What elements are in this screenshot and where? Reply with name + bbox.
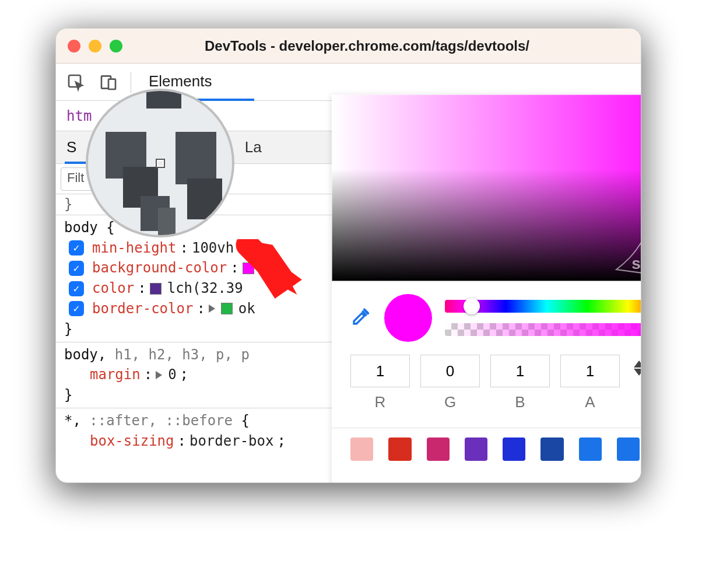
subtab-layout[interactable]: La	[245, 138, 262, 156]
css-property[interactable]: color	[92, 278, 134, 299]
magnifier-center-pixel	[157, 160, 164, 167]
rgba-inputs: 1 R 0 G 1 B 1 A	[332, 348, 641, 415]
subtab-styles[interactable]: S	[66, 138, 76, 156]
css-property[interactable]: background-color	[92, 258, 227, 278]
rule-selector-grey: h1, h2, h3, p, p	[115, 346, 250, 363]
palette-swatch[interactable]	[350, 438, 373, 461]
channel-input-b[interactable]: 1	[490, 355, 550, 387]
channel-label-b: B	[515, 393, 525, 411]
checkbox-icon[interactable]: ✓	[69, 281, 84, 296]
format-cycler[interactable]	[634, 360, 641, 376]
eyedropper-magnifier	[86, 89, 234, 237]
channel-label-g: G	[444, 393, 456, 411]
palette-swatch[interactable]	[465, 438, 487, 461]
css-property[interactable]: box-sizing	[90, 431, 174, 452]
eyedropper-icon[interactable]	[350, 306, 371, 330]
palette-swatch[interactable]	[503, 438, 525, 461]
palette-row	[332, 438, 641, 461]
traffic-zoom[interactable]	[110, 40, 122, 52]
css-value[interactable]: lch(32.39	[167, 278, 243, 299]
color-swatch[interactable]	[150, 283, 162, 295]
chevron-down-icon	[634, 369, 641, 376]
titlebar: DevTools - developer.chrome.com/tags/dev…	[56, 29, 641, 64]
device-toggle-icon[interactable]	[96, 69, 121, 95]
toolbar-separator	[131, 72, 131, 93]
expand-triangle-icon[interactable]	[156, 371, 162, 379]
inspect-icon[interactable]	[63, 69, 89, 95]
checkbox-icon[interactable]: ✓	[69, 301, 84, 316]
channel-label-a: A	[585, 393, 595, 411]
rule-selector-grey: ::after, ::before	[89, 412, 233, 429]
hue-knob[interactable]	[464, 298, 480, 314]
window-title: DevTools - developer.chrome.com/tags/dev…	[140, 38, 594, 54]
breadcrumb-item: htm	[66, 108, 92, 124]
channel-input-a[interactable]: 1	[560, 355, 620, 387]
palette-swatch[interactable]	[427, 438, 450, 461]
expand-triangle-icon[interactable]	[209, 304, 215, 313]
channel-input-g[interactable]: 0	[420, 355, 480, 387]
open-brace: {	[233, 412, 250, 429]
gamut-label: sRGB	[631, 254, 641, 273]
chevron-up-icon	[634, 360, 641, 368]
channel-label-r: R	[375, 393, 386, 411]
spectrum-area[interactable]: sRGB	[332, 94, 641, 281]
annotation-arrow-icon	[234, 239, 307, 303]
current-color-circle	[384, 294, 432, 342]
checkbox-icon[interactable]: ✓	[69, 261, 84, 276]
css-property[interactable]: min-height	[92, 238, 177, 258]
rule-selector: body,	[64, 346, 115, 363]
alpha-slider[interactable]	[445, 323, 641, 336]
traffic-minimize[interactable]	[89, 40, 101, 52]
rule-selector: *,	[64, 412, 89, 429]
svg-rect-2	[108, 79, 115, 89]
color-picker-panel: sRGB	[332, 94, 641, 483]
css-property[interactable]: margin	[90, 365, 141, 385]
divider	[332, 428, 641, 428]
css-value[interactable]: 100vh	[192, 238, 234, 258]
palette-swatch[interactable]	[617, 438, 640, 461]
color-swatch[interactable]	[221, 303, 233, 314]
rule-selector: body	[64, 219, 98, 236]
css-value[interactable]: 0	[168, 365, 176, 385]
hue-slider[interactable]	[445, 300, 641, 313]
channel-input-r[interactable]: 1	[350, 355, 410, 387]
palette-swatch[interactable]	[579, 438, 602, 461]
traffic-close[interactable]	[68, 40, 80, 52]
open-brace: {	[98, 219, 115, 236]
checkbox-icon[interactable]: ✓	[69, 240, 84, 256]
palette-swatch[interactable]	[540, 438, 563, 461]
css-value[interactable]: border-box	[189, 431, 274, 452]
palette-swatch[interactable]	[388, 438, 411, 461]
css-property[interactable]: border-color	[92, 299, 193, 319]
